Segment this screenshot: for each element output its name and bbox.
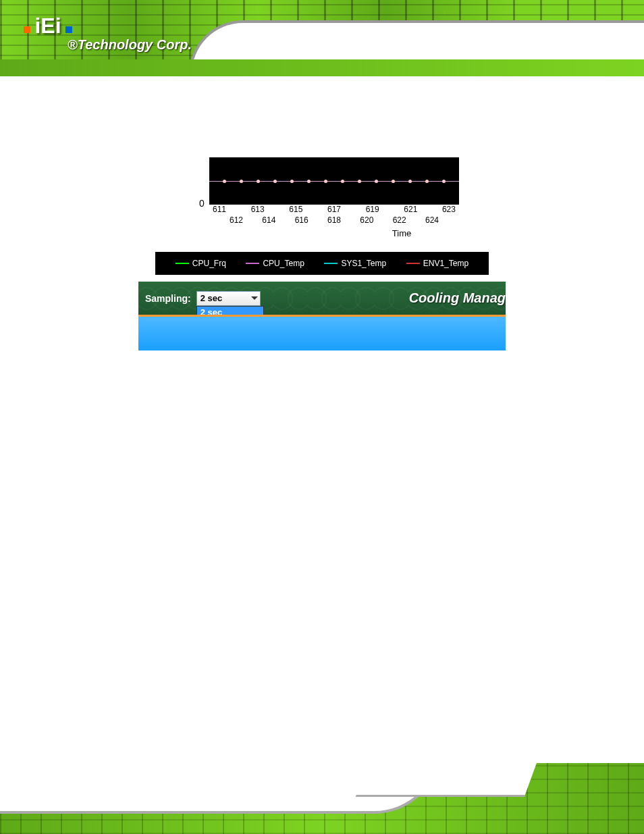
x-tick: 616: [295, 215, 308, 225]
chart-point: [425, 180, 429, 183]
x-axis-label: Time: [344, 228, 459, 238]
chart-point: [290, 180, 294, 183]
legend-color-icon: [406, 263, 420, 264]
x-tick: 621: [404, 205, 417, 214]
panel-header: Sampling: 2 sec 2 sec 5 sec 10 sec Cooli…: [138, 282, 506, 317]
x-ticks-major: 611 613 615 617 619 621 623: [209, 205, 459, 214]
logo-decor-orange: [24, 26, 30, 33]
logo: iEi: [24, 14, 72, 38]
chart-point: [257, 180, 260, 183]
sampling-label: Sampling:: [145, 293, 191, 304]
top-banner: iEi ®Technology Corp.: [0, 0, 644, 76]
x-tick: 613: [251, 205, 265, 214]
chart-point: [307, 180, 311, 183]
x-tick: 617: [327, 205, 341, 214]
legend-color-icon: [324, 263, 338, 264]
legend-color-icon: [176, 263, 189, 264]
legend-label: CPU_Temp: [263, 259, 304, 268]
company-name: ®Technology Corp.: [68, 37, 192, 53]
legend-item-env1-temp[interactable]: ENV1_Temp: [406, 259, 468, 268]
logo-decor-blue: [65, 26, 72, 33]
logo-text: iEi: [34, 14, 61, 38]
dropdown-option-2sec[interactable]: 2 sec: [197, 307, 263, 317]
panel-body: [138, 317, 506, 350]
sampling-panel: Sampling: 2 sec 2 sec 5 sec 10 sec Cooli…: [138, 282, 506, 353]
x-tick: 623: [442, 205, 456, 214]
legend-item-cpu-frq[interactable]: CPU_Frq: [176, 259, 226, 268]
legend-label: ENV1_Temp: [423, 259, 468, 268]
x-tick: 620: [360, 215, 373, 225]
bottom-banner: [0, 763, 644, 834]
chart: 0 611 613 615 617 619 621: [186, 157, 506, 238]
x-tick: 619: [366, 205, 379, 214]
x-tick: 614: [262, 215, 275, 225]
green-strip: [0, 59, 644, 76]
chart-point: [341, 180, 344, 183]
chart-point: [392, 180, 395, 183]
chart-point: [408, 180, 412, 183]
x-tick: 615: [289, 205, 302, 214]
dropdown-selected[interactable]: 2 sec: [196, 291, 261, 306]
chart-point: [240, 180, 243, 183]
chart-plot-area: [209, 157, 459, 205]
chart-point: [375, 180, 378, 183]
x-tick: 611: [213, 205, 226, 214]
panel-title: Cooling Manag: [409, 290, 506, 306]
x-tick: 612: [230, 215, 243, 225]
bottom-curve-2: [356, 763, 562, 797]
chart-point: [273, 180, 277, 183]
x-tick: 622: [393, 215, 406, 225]
x-axis: 611 613 615 617 619 621 623 612 614 616 …: [209, 205, 459, 238]
dropdown-value: 2 sec: [200, 293, 223, 303]
legend-item-cpu-temp[interactable]: CPU_Temp: [246, 259, 304, 268]
legend-item-sys1-temp[interactable]: SYS1_Temp: [324, 259, 386, 268]
sampling-dropdown[interactable]: 2 sec 2 sec 5 sec 10 sec: [196, 291, 261, 306]
main-content: 0 611 613 615 617 619 621: [0, 76, 644, 353]
chart-series-line: [209, 181, 459, 182]
legend-color-icon: [246, 263, 259, 264]
chart-point: [223, 180, 226, 183]
legend-label: SYS1_Temp: [341, 259, 386, 268]
x-tick: 624: [425, 215, 439, 225]
chart-point: [442, 180, 446, 183]
x-ticks-minor: 612 614 616 618 620 622 624: [209, 215, 459, 225]
y-axis-zero: 0: [199, 198, 205, 209]
x-tick: 618: [327, 215, 341, 225]
chart-legend: CPU_Frq CPU_Temp SYS1_Temp ENV1_Temp: [155, 252, 489, 275]
chart-point: [358, 180, 361, 183]
chart-point: [324, 180, 327, 183]
dropdown-list: 2 sec 5 sec 10 sec: [196, 306, 264, 317]
chevron-down-icon: [251, 296, 258, 300]
legend-label: CPU_Frq: [192, 259, 226, 268]
